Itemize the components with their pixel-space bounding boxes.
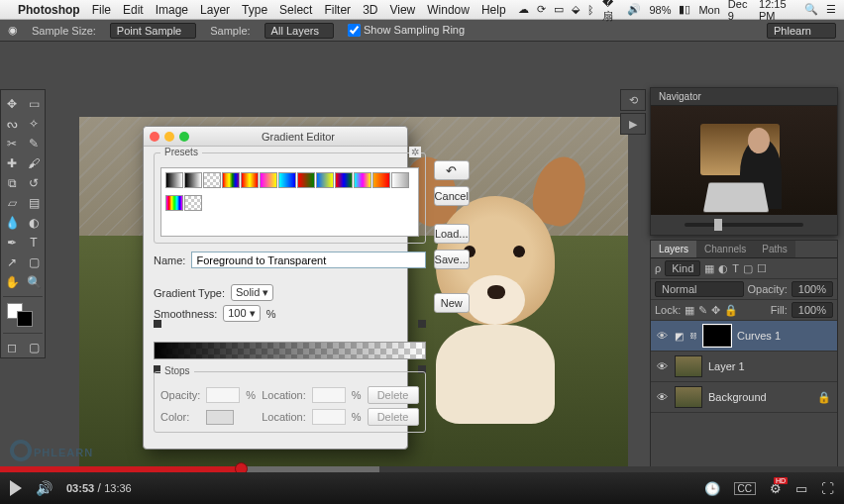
stop-color-swatch[interactable] <box>206 410 234 425</box>
lock-transparency-icon[interactable]: ▦ <box>685 304 694 317</box>
sample-dropdown[interactable]: All Layers <box>264 23 334 39</box>
menu-3d[interactable]: 3D <box>363 3 377 17</box>
filter-shape-icon[interactable]: ▢ <box>743 262 753 275</box>
preset-swatch-5[interactable] <box>260 172 277 188</box>
menu-view[interactable]: View <box>389 3 415 17</box>
layer-visibility-icon[interactable]: 👁 <box>657 391 669 403</box>
window-minimize-icon[interactable] <box>164 132 174 142</box>
menu-type[interactable]: Type <box>242 3 267 17</box>
preset-swatch-14[interactable] <box>184 195 202 211</box>
screenmode-toggle[interactable]: ▢ <box>23 338 45 357</box>
navigator-zoom-slider[interactable] <box>651 215 837 235</box>
preset-swatch-6[interactable] <box>278 172 296 188</box>
preset-swatch-4[interactable] <box>241 172 259 188</box>
load-button[interactable]: Load... <box>434 224 470 244</box>
show-sampling-ring-checkbox[interactable] <box>348 24 361 37</box>
preset-swatch-8[interactable] <box>316 172 334 188</box>
save-button[interactable]: Save... <box>434 250 470 269</box>
blur-tool[interactable]: 💧 <box>1 213 23 233</box>
layer-thumb[interactable] <box>675 386 702 408</box>
window-close-icon[interactable] <box>150 132 159 142</box>
filter-smart-icon[interactable]: ☐ <box>757 262 767 275</box>
layer-visibility-icon[interactable]: 👁 <box>657 360 669 372</box>
preset-swatch-0[interactable] <box>165 172 183 188</box>
move-tool[interactable]: ✥ <box>1 94 23 114</box>
kind-filter-select[interactable]: Kind <box>665 260 700 276</box>
preset-swatch-10[interactable] <box>354 172 371 188</box>
shape-tool[interactable]: ▢ <box>23 252 45 272</box>
eyedropper-tool[interactable]: ✎ <box>23 134 45 153</box>
stamp-tool[interactable]: ⧉ <box>1 173 23 193</box>
menu-file[interactable]: File <box>92 3 111 17</box>
pen-tool[interactable]: ✒ <box>1 233 23 252</box>
show-sampling-ring[interactable]: Show Sampling Ring <box>348 24 465 38</box>
lock-position-icon[interactable]: ✥ <box>711 304 720 317</box>
captions-button[interactable]: CC <box>734 482 756 495</box>
layer-row-0[interactable]: 👁◩⛓Curves 1 <box>651 321 837 352</box>
play-button[interactable] <box>10 480 22 496</box>
lock-pixels-icon[interactable]: ✎ <box>698 304 707 317</box>
history-panel-icon[interactable]: ⟲ <box>620 89 646 111</box>
gradient-tool[interactable]: ▤ <box>23 193 45 213</box>
lasso-tool[interactable]: ᔓ <box>1 114 23 134</box>
magic-wand-tool[interactable]: ✧ <box>23 114 45 134</box>
healing-tool[interactable]: ✚ <box>1 153 23 173</box>
background-color-swatch[interactable] <box>17 311 33 327</box>
brush-tool[interactable]: 🖌 <box>23 153 45 173</box>
preset-swatch-12[interactable] <box>391 172 409 188</box>
navigator-tab[interactable]: Navigator <box>651 88 837 106</box>
navigator-preview[interactable] <box>651 106 837 215</box>
marquee-tool[interactable]: ▭ <box>23 94 45 114</box>
new-button[interactable]: New <box>434 293 470 313</box>
gradient-type-select[interactable]: Solid ▾ <box>231 284 274 301</box>
opacity-stop-right[interactable] <box>418 320 426 328</box>
menu-photoshop[interactable]: Photoshop <box>18 3 80 17</box>
stop-opacity-input[interactable] <box>206 387 240 403</box>
volume-button[interactable]: 🔊 <box>36 480 53 496</box>
mac-menubar[interactable]: Photoshop File Edit Image Layer Type Sel… <box>0 0 844 20</box>
menu-image[interactable]: Image <box>156 3 188 17</box>
stop-opacity-location-input[interactable] <box>312 387 346 403</box>
preset-grid[interactable] <box>160 167 419 237</box>
stop-color-location-input[interactable] <box>312 409 346 425</box>
window-zoom-icon[interactable] <box>179 132 189 142</box>
preset-swatch-7[interactable] <box>297 172 315 188</box>
path-tool[interactable]: ↗ <box>1 252 23 272</box>
history-brush-tool[interactable]: ↺ <box>23 173 45 193</box>
preset-swatch-1[interactable] <box>184 172 202 188</box>
menu-help[interactable]: Help <box>481 3 506 17</box>
hand-tool[interactable]: ✋ <box>1 272 23 292</box>
crop-tool[interactable]: ✂ <box>1 134 23 153</box>
gradient-name-input[interactable] <box>191 252 425 268</box>
smoothness-input[interactable]: 100 ▾ <box>223 305 260 322</box>
theater-mode-button[interactable]: ▭ <box>795 481 807 496</box>
menu-layer[interactable]: Layer <box>200 3 230 17</box>
filter-type-icon[interactable]: T <box>732 262 739 274</box>
dodge-tool[interactable]: ◐ <box>23 213 45 233</box>
cancel-button[interactable]: Cancel <box>434 186 470 206</box>
fill-input[interactable]: 100% <box>791 302 833 318</box>
presets-menu-icon[interactable]: ✲ <box>409 147 421 157</box>
opacity-stop-left[interactable] <box>154 320 161 328</box>
preset-swatch-9[interactable] <box>335 172 353 188</box>
dialog-titlebar[interactable]: Gradient Editor <box>144 127 407 147</box>
layer-mask-thumb[interactable] <box>703 325 731 347</box>
menu-window[interactable]: Window <box>427 3 470 17</box>
spotlight-icon[interactable]: 🔍 <box>804 3 818 16</box>
quickmask-toggle[interactable]: ◻ <box>1 338 23 357</box>
settings-button[interactable]: ⚙HD <box>770 481 782 496</box>
zoom-tool[interactable]: 🔍 <box>23 272 45 292</box>
layer-thumb[interactable] <box>675 355 702 377</box>
paths-tab[interactable]: Paths <box>754 241 795 257</box>
preset-swatch-13[interactable] <box>165 195 183 211</box>
ok-button[interactable]: ↶ <box>434 160 470 180</box>
filter-adjust-icon[interactable]: ◐ <box>718 262 728 275</box>
preset-swatch-3[interactable] <box>222 172 240 188</box>
menu-select[interactable]: Select <box>279 3 312 17</box>
lock-all-icon[interactable]: 🔒 <box>724 304 738 317</box>
actions-panel-icon[interactable]: ▶ <box>620 113 646 135</box>
opacity-input[interactable]: 100% <box>791 281 833 297</box>
notifications-icon[interactable]: ☰ <box>826 3 836 16</box>
channels-tab[interactable]: Channels <box>696 241 754 257</box>
stop-color-delete-button[interactable]: Delete <box>368 408 419 426</box>
